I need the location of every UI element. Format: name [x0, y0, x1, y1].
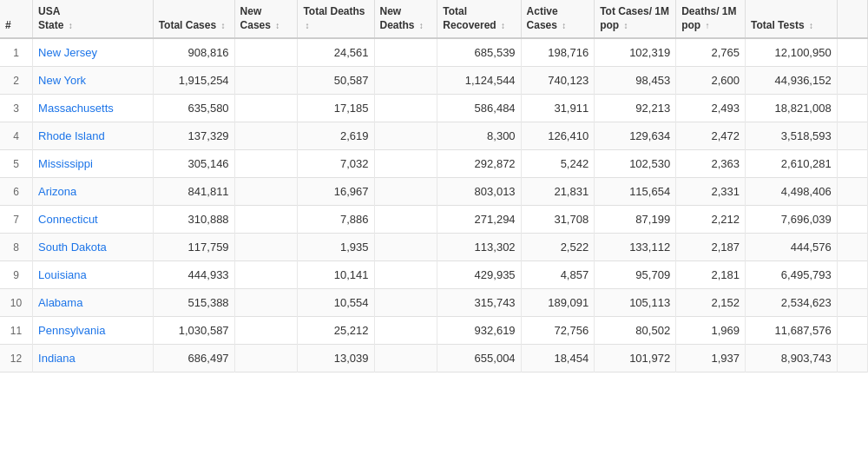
cell-total-tests: 11,687,576 [745, 317, 837, 345]
cell-state[interactable]: Massachusetts [33, 95, 154, 122]
cell-total-deaths: 10,141 [298, 261, 374, 289]
cell-tot-cases-pop: 95,709 [595, 261, 676, 289]
cell-total-tests: 8,903,743 [745, 345, 837, 373]
cell-total-deaths: 1,935 [298, 234, 374, 261]
cell-total-deaths: 7,032 [298, 150, 374, 178]
cell-active-cases: 31,911 [521, 95, 595, 122]
cell-rank: 5 [0, 150, 33, 178]
table-row: 3 Massachusetts 635,580 17,185 586,484 3… [0, 95, 868, 122]
table-row: 6 Arizona 841,811 16,967 803,013 21,831 … [0, 178, 868, 206]
cell-tot-cases-pop: 129,634 [595, 122, 676, 150]
cell-state[interactable]: Connecticut [33, 206, 154, 234]
cell-total-cases: 1,030,587 [153, 317, 234, 345]
cell-deaths-pop: 2,493 [676, 95, 746, 122]
cell-new-deaths [374, 67, 437, 95]
cell-tot-cases-pop: 102,319 [595, 38, 676, 67]
state-link[interactable]: New Jersey [38, 46, 97, 59]
col-header-state[interactable]: USAState ↕ [33, 0, 154, 38]
cell-total-deaths: 13,039 [298, 345, 374, 373]
cell-new-deaths [374, 206, 437, 234]
cell-total-tests: 444,576 [745, 234, 837, 261]
cell-new-deaths [374, 289, 437, 317]
cell-state[interactable]: Mississippi [33, 150, 154, 178]
cell-state[interactable]: New York [33, 67, 154, 95]
col-header-new-cases[interactable]: New Cases ↕ [234, 0, 298, 38]
state-link[interactable]: Massachusetts [38, 102, 114, 115]
table-row: 12 Indiana 686,497 13,039 655,004 18,454… [0, 345, 868, 373]
sort-icon-new-deaths: ↕ [419, 20, 424, 31]
cell-rank: 4 [0, 122, 33, 150]
table-row: 1 New Jersey 908,816 24,561 685,539 198,… [0, 38, 868, 67]
cell-state[interactable]: Alabama [33, 289, 154, 317]
col-header-total-tests[interactable]: Total Tests ↕ [745, 0, 837, 38]
cell-rank: 3 [0, 95, 33, 122]
state-link[interactable]: Rhode Island [38, 129, 105, 142]
cell-total-deaths: 10,554 [298, 289, 374, 317]
state-link[interactable]: Connecticut [38, 213, 98, 226]
cell-total-cases: 515,388 [153, 289, 234, 317]
cell-state[interactable]: Louisiana [33, 261, 154, 289]
state-link[interactable]: South Dakota [38, 241, 107, 254]
cell-new-deaths [374, 317, 437, 345]
col-header-extra [837, 0, 867, 38]
cell-tot-cases-pop: 115,654 [595, 178, 676, 206]
cell-new-cases [234, 234, 298, 261]
col-header-total-recovered[interactable]: Total Recovered ↕ [437, 0, 521, 38]
cell-total-cases: 686,497 [153, 345, 234, 373]
cell-active-cases: 21,831 [521, 178, 595, 206]
cell-total-deaths: 17,185 [298, 95, 374, 122]
col-header-active-cases[interactable]: Active Cases ↕ [521, 0, 595, 38]
cell-tot-cases-pop: 133,112 [595, 234, 676, 261]
col-header-deaths-pop[interactable]: Deaths/ 1M pop ↑ [676, 0, 746, 38]
cell-state[interactable]: Arizona [33, 178, 154, 206]
state-link[interactable]: Indiana [38, 352, 76, 365]
cell-tot-cases-pop: 87,199 [595, 206, 676, 234]
col-header-tot-cases-pop[interactable]: Tot Cases/ 1M pop ↕ [595, 0, 676, 38]
cell-rank: 8 [0, 234, 33, 261]
cell-state[interactable]: Indiana [33, 345, 154, 373]
cell-active-cases: 189,091 [521, 289, 595, 317]
cell-new-deaths [374, 261, 437, 289]
cell-total-tests: 6,495,793 [745, 261, 837, 289]
cell-state[interactable]: New Jersey [33, 38, 154, 67]
cell-deaths-pop: 1,937 [676, 345, 746, 373]
cell-state[interactable]: Pennsylvania [33, 317, 154, 345]
cell-extra [837, 95, 867, 122]
sort-icon-total-tests: ↕ [809, 20, 813, 31]
cell-new-cases [234, 178, 298, 206]
cell-total-deaths: 7,886 [298, 206, 374, 234]
state-link[interactable]: Mississippi [38, 157, 93, 170]
state-link[interactable]: Pennsylvania [38, 324, 105, 337]
cell-rank: 1 [0, 38, 33, 67]
col-header-total-cases[interactable]: Total Cases ↕ [153, 0, 234, 38]
cell-total-deaths: 25,212 [298, 317, 374, 345]
cell-total-cases: 137,329 [153, 122, 234, 150]
cell-extra [837, 289, 867, 317]
cell-tot-cases-pop: 92,213 [595, 95, 676, 122]
state-link[interactable]: New York [38, 74, 86, 87]
col-header-new-deaths[interactable]: New Deaths ↕ [374, 0, 437, 38]
col-header-rank: # [0, 0, 33, 38]
cell-total-recovered: 932,619 [437, 317, 521, 345]
cell-total-deaths: 24,561 [298, 38, 374, 67]
state-link[interactable]: Arizona [38, 185, 76, 198]
cell-active-cases: 740,123 [521, 67, 595, 95]
cell-total-recovered: 655,004 [437, 345, 521, 373]
state-link[interactable]: Louisiana [38, 268, 87, 281]
cell-state[interactable]: South Dakota [33, 234, 154, 261]
cell-new-cases [234, 345, 298, 373]
cell-deaths-pop: 1,969 [676, 317, 746, 345]
state-link[interactable]: Alabama [38, 296, 82, 309]
cell-new-deaths [374, 150, 437, 178]
cell-total-recovered: 113,302 [437, 234, 521, 261]
cell-total-recovered: 685,539 [437, 38, 521, 67]
cell-state[interactable]: Rhode Island [33, 122, 154, 150]
col-header-total-deaths[interactable]: Total Deaths ↕ [298, 0, 374, 38]
cell-deaths-pop: 2,331 [676, 178, 746, 206]
cell-deaths-pop: 2,212 [676, 206, 746, 234]
sort-icon-state: ↕ [69, 20, 73, 31]
cell-deaths-pop: 2,600 [676, 67, 746, 95]
sort-icon-total-cases: ↕ [220, 20, 225, 31]
cell-total-tests: 3,518,593 [745, 122, 837, 150]
cell-total-recovered: 292,872 [437, 150, 521, 178]
